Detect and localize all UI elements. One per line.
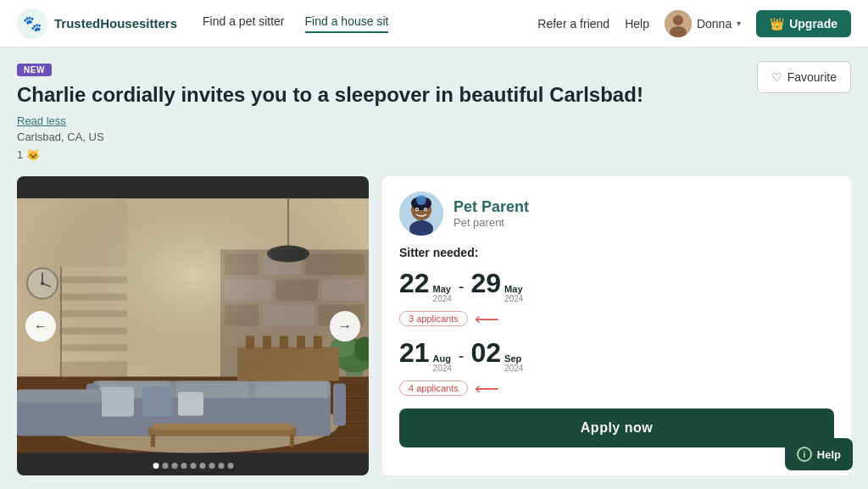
user-menu[interactable]: Donna ▾ <box>665 10 741 37</box>
svg-text:🐾: 🐾 <box>23 14 42 33</box>
applicants-row-2: 4 applicants ⟵ <box>399 378 834 398</box>
location-text: Carlsbad, CA, US <box>17 131 757 143</box>
end-day-2: 02 <box>471 339 502 366</box>
dot-9[interactable] <box>227 463 233 469</box>
sitter-needed-label: Sitter needed: <box>399 246 834 259</box>
end-month-1: May <box>504 284 522 294</box>
dot-3[interactable] <box>171 463 177 469</box>
top-row: NEW Charlie cordially invites you to a s… <box>17 61 851 169</box>
avatar <box>665 10 692 37</box>
chevron-down-icon: ▾ <box>737 19 741 28</box>
pet-parent-role: Pet parent <box>453 216 529 229</box>
date-range-2: 21 Aug 2024 - 02 Sep 2024 4 applic <box>399 339 834 398</box>
logo-icon: 🐾 <box>17 8 47 39</box>
start-day-2: 21 <box>399 339 430 366</box>
cat-icon: 🐱 <box>26 148 40 161</box>
listing-image-container: ← → <box>17 176 369 475</box>
listing-info: NEW Charlie cordially invites you to a s… <box>17 61 757 169</box>
upgrade-icon: 👑 <box>770 17 784 31</box>
end-day-1: 29 <box>471 270 502 297</box>
dot-6[interactable] <box>199 463 205 469</box>
date-range-2-dates: 21 Aug 2024 - 02 Sep 2024 <box>399 339 834 373</box>
upgrade-label: Upgrade <box>789 17 837 31</box>
navbar: 🐾 TrustedHousesitters Find a pet sitter … <box>0 0 868 47</box>
image-dots <box>153 463 233 469</box>
pet-parent-name: Pet Parent <box>453 198 529 216</box>
logo[interactable]: 🐾 TrustedHousesitters <box>17 8 177 39</box>
favourite-button[interactable]: ♡ Favourite <box>757 61 851 93</box>
applicants-row-1: 3 applicants ⟵ <box>399 308 834 329</box>
image-next-button[interactable]: → <box>330 311 360 342</box>
info-icon: i <box>797 447 812 462</box>
dot-7[interactable] <box>209 463 214 469</box>
dot-8[interactable] <box>218 463 224 469</box>
dot-1[interactable] <box>153 463 159 469</box>
dash-2: - <box>459 347 465 366</box>
pet-parent-avatar <box>399 192 443 236</box>
svg-point-77 <box>425 208 426 210</box>
help-link[interactable]: Help <box>625 17 649 31</box>
end-year-2: 2024 <box>504 364 523 373</box>
content-area: NEW Charlie cordially invites you to a s… <box>0 47 868 489</box>
start-year-2: 2024 <box>433 364 452 373</box>
new-badge: NEW <box>17 64 52 76</box>
booking-panel: Pet Parent Pet parent Sitter needed: 22 … <box>382 176 851 475</box>
nav-right: Refer a friend Help Donna ▾ 👑 Upgrade <box>537 10 851 37</box>
end-month-year-2: Sep 2024 <box>504 353 523 373</box>
dash-1: - <box>459 277 465 297</box>
main-row: ← → <box>17 176 851 475</box>
brand-name: TrustedHousesitters <box>54 16 177 31</box>
start-month-1: May <box>433 284 451 294</box>
pet-parent-row: Pet Parent Pet parent <box>399 192 834 236</box>
start-month-year-1: May 2024 <box>433 284 452 303</box>
help-label: Help <box>817 448 841 461</box>
svg-point-76 <box>416 208 418 210</box>
pet-count: 1 <box>17 148 23 161</box>
listing-image <box>17 176 369 475</box>
read-less-link[interactable]: Read less <box>17 114 757 127</box>
nav-links: Find a pet sitter Find a house sit <box>203 14 537 33</box>
svg-point-78 <box>416 195 426 205</box>
pet-icons: 1 🐱 <box>17 148 757 161</box>
end-year-1: 2024 <box>504 294 523 303</box>
upgrade-button[interactable]: 👑 Upgrade <box>756 10 851 37</box>
end-month-year-1: May 2024 <box>504 284 523 303</box>
refer-friend-link[interactable]: Refer a friend <box>537 17 609 31</box>
listing-title: Charlie cordially invites you to a sleep… <box>17 81 757 108</box>
applicants-badge-1: 3 applicants <box>399 311 468 326</box>
nav-find-housesit[interactable]: Find a house sit <box>305 14 389 33</box>
svg-rect-69 <box>17 199 369 453</box>
arrow-indicator-2: ⟵ <box>475 378 499 398</box>
heart-icon: ♡ <box>771 70 782 84</box>
dot-2[interactable] <box>162 463 168 469</box>
start-month-year-2: Aug 2024 <box>433 353 452 373</box>
arrow-indicator-1: ⟵ <box>475 308 499 329</box>
svg-point-3 <box>673 15 683 25</box>
pet-parent-info: Pet Parent Pet parent <box>453 198 529 229</box>
applicants-badge-2: 4 applicants <box>399 381 468 396</box>
apply-now-button[interactable]: Apply now <box>399 408 834 447</box>
favourite-area: ♡ Favourite <box>757 61 851 93</box>
user-name: Donna <box>697 17 732 31</box>
help-floating-button[interactable]: i Help <box>785 438 853 470</box>
nav-find-sitter[interactable]: Find a pet sitter <box>203 14 285 33</box>
end-month-2: Sep <box>504 353 521 364</box>
start-month-2: Aug <box>433 353 451 364</box>
start-day-1: 22 <box>399 270 430 297</box>
favourite-label: Favourite <box>787 70 837 84</box>
dot-4[interactable] <box>181 463 186 469</box>
dot-5[interactable] <box>190 463 196 469</box>
start-year-1: 2024 <box>433 294 452 303</box>
date-range-1-dates: 22 May 2024 - 29 May 2024 <box>399 270 834 303</box>
date-range-1: 22 May 2024 - 29 May 2024 3 applic <box>399 270 834 329</box>
image-prev-button[interactable]: ← <box>25 311 56 342</box>
